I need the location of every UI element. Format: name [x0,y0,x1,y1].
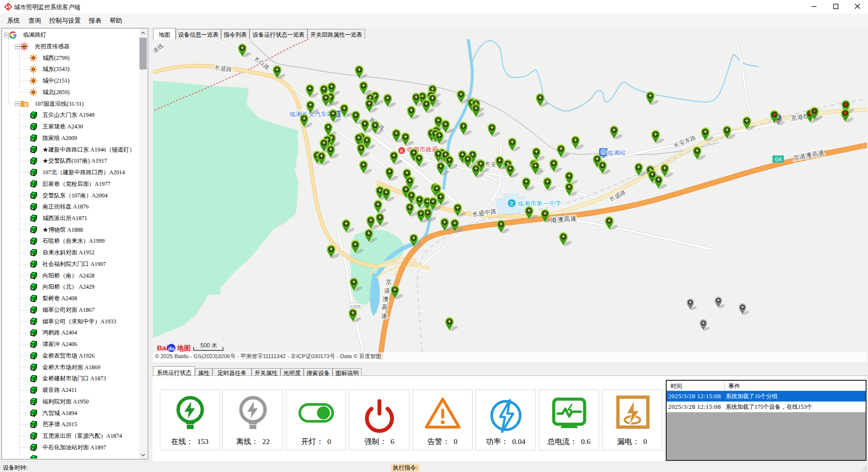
svg-text:G4: G4 [775,157,782,162]
svg-text:© 2025 Baidu - GS(2023)3206号 -: © 2025 Baidu - GS(2023)3206号 - 甲测资字11111… [155,353,381,359]
svg-text:澳: 澳 [382,295,389,303]
svg-text:du: du [168,346,174,351]
svg-text:X089: X089 [350,304,360,309]
svg-text:府: 府 [400,149,404,153]
svg-text:临湘市第一中学: 临湘市第一中学 [518,200,561,207]
svg-text:地图: 地图 [177,344,191,352]
svg-text:高: 高 [382,304,388,311]
svg-text:京: 京 [386,278,392,286]
svg-text:港: 港 [384,287,391,294]
svg-text:临湘站: 临湘站 [607,149,626,156]
svg-text:速: 速 [381,312,388,319]
svg-text:文: 文 [509,201,514,206]
svg-text:500 米: 500 米 [200,342,217,349]
svg-text:Bai: Bai [157,344,168,352]
